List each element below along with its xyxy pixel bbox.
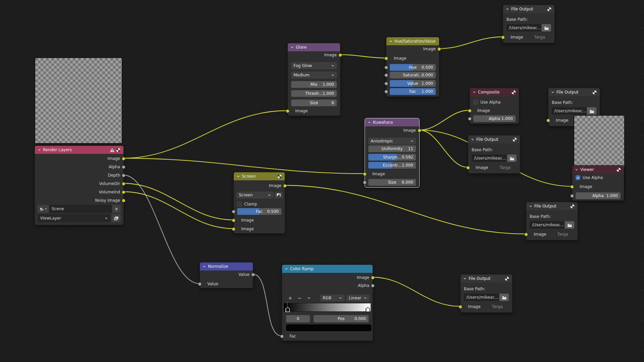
socket-image-out[interactable] (122, 157, 125, 161)
socket-hue-in[interactable] (384, 66, 388, 69)
chevron-down-icon[interactable] (236, 175, 240, 178)
eccentricity-slider[interactable]: Eccentr... 1.000 (368, 162, 416, 169)
uniformity-slider[interactable]: Uniformity 11 (368, 145, 416, 152)
preview-sphere-icon[interactable] (116, 147, 121, 153)
browse-folder-button[interactable] (499, 294, 509, 301)
socket-image-in[interactable] (570, 185, 574, 189)
socket-value-in[interactable] (384, 82, 388, 85)
node-header[interactable]: Normalize (200, 262, 253, 270)
node-header[interactable]: File Output (468, 135, 520, 143)
base-path-field[interactable]: /Users/mikeac... (472, 155, 506, 162)
node-composite[interactable]: Composite Use Alpha Image Alpha 1.000 (470, 88, 519, 124)
add-stop-button[interactable]: + (286, 294, 294, 302)
node-file-output-bottom[interactable]: File Output Base Path: /Users/mikeac... … (460, 274, 513, 313)
chevron-down-icon[interactable] (203, 265, 206, 268)
stop-position-slider[interactable]: Pos 0.000 (314, 315, 369, 322)
node-render-layers[interactable]: Render Layers Image Alpha Depth VolumeDi… (35, 145, 124, 225)
socket-image-in[interactable] (524, 233, 528, 236)
socket-alpha-in[interactable] (468, 117, 472, 121)
socket-image-out[interactable] (283, 184, 287, 188)
socket-image-in[interactable] (384, 57, 388, 60)
browse-folder-button[interactable] (565, 221, 574, 229)
node-file-output-middle[interactable]: File Output Base Path: /Users/mikeac... … (468, 135, 520, 174)
scene-name-field[interactable]: Scene (49, 205, 112, 213)
socket-image-in[interactable] (363, 172, 367, 176)
socket-value-out[interactable] (251, 273, 255, 277)
chevron-down-icon[interactable] (471, 138, 474, 141)
socket-fac-in[interactable] (384, 90, 388, 94)
preview-sphere-icon[interactable] (511, 90, 516, 95)
hue-slider[interactable]: Hue 0.500 (390, 64, 436, 71)
node-file-output-top[interactable]: File Output Base Path: /Users/mikeac... … (503, 5, 555, 43)
interpolation-dropdown[interactable]: Linear (346, 295, 369, 301)
chevron-down-icon[interactable] (285, 267, 288, 270)
chevron-down-icon[interactable] (575, 168, 578, 171)
socket-image-in[interactable] (459, 305, 462, 309)
socket-image-2-in[interactable] (232, 227, 235, 231)
base-path-field[interactable]: /Users/mikeac... (506, 24, 541, 32)
node-normalize[interactable]: Normalize Value Value (200, 262, 253, 288)
socket-image-in[interactable] (501, 36, 505, 39)
glare-type-dropdown[interactable]: Fog Glow (291, 62, 337, 69)
node-header[interactable]: File Output (503, 5, 554, 13)
base-path-field[interactable]: /Users/mikeac... (464, 294, 499, 301)
socket-image-out[interactable] (418, 129, 421, 132)
socket-image-in[interactable] (466, 166, 470, 170)
socket-depth-out[interactable] (122, 174, 125, 177)
socket-image-out[interactable] (338, 53, 342, 57)
base-path-field[interactable]: /Users/mikeac... (552, 107, 586, 115)
node-kuwahara[interactable]: Kuwahara Image Anisotropic Uniformity 11… (365, 118, 420, 188)
chevron-down-icon[interactable] (463, 277, 467, 280)
glare-quality-dropdown[interactable]: Medium (291, 72, 337, 78)
alpha-slider[interactable]: Alpha 1.000 (473, 115, 516, 122)
color-ramp-gradient[interactable] (284, 303, 371, 312)
ramp-options-button[interactable] (305, 294, 313, 302)
node-hue-saturation-value[interactable]: Hue/Saturation/Value Image Image Hue 0.5… (386, 37, 439, 97)
browse-folder-button[interactable] (542, 24, 551, 32)
color-mode-dropdown[interactable]: RGB (320, 295, 344, 301)
glare-threshold-slider[interactable]: Thresh... 1.000 (291, 90, 337, 97)
node-glare[interactable]: Glare Image Fog Glow Medium Mix 1.000 Th… (287, 43, 340, 116)
socket-volumedir-out[interactable] (122, 182, 125, 186)
node-header[interactable]: Glare (288, 43, 340, 51)
preview-sphere-icon[interactable] (570, 204, 575, 209)
chevron-down-icon[interactable] (473, 90, 476, 94)
scene-selector-button[interactable] (38, 205, 49, 213)
node-viewer[interactable]: Viewer Use Alpha Image Alpha 1.000 (572, 165, 624, 201)
socket-image-in[interactable] (286, 109, 289, 113)
socket-size-in[interactable] (363, 181, 367, 184)
node-header[interactable]: File Output (548, 88, 600, 96)
preview-sphere-icon[interactable] (277, 174, 282, 179)
chevron-down-icon[interactable] (368, 121, 371, 124)
chevron-down-icon[interactable] (506, 7, 509, 11)
node-editor-canvas[interactable]: Render Layers Image Alpha Depth VolumeDi… (0, 0, 644, 362)
node-screen[interactable]: Screen Image Screen Clamp Fac 0.500 Imag… (233, 172, 285, 234)
node-header[interactable]: Screen (234, 172, 285, 180)
node-header[interactable]: File Output (526, 202, 578, 210)
chevron-down-icon[interactable] (389, 40, 392, 43)
stop-index-field[interactable]: 0 (286, 315, 310, 322)
node-header[interactable]: File Output (461, 275, 512, 283)
socket-image-1-in[interactable] (232, 219, 235, 222)
chevron-down-icon[interactable] (551, 90, 554, 94)
preview-sphere-icon[interactable] (512, 137, 517, 142)
clamp-checkbox[interactable] (237, 202, 242, 206)
size-slider[interactable]: Size 6.000 (368, 179, 416, 186)
remove-stop-button[interactable]: − (296, 294, 304, 302)
node-color-ramp[interactable]: Color Ramp Image Alpha + − RGB Linear 0 … (282, 264, 373, 341)
chevron-down-icon[interactable] (38, 148, 41, 152)
socket-alpha-out[interactable] (122, 165, 125, 169)
socket-image-out[interactable] (437, 47, 441, 51)
sharpness-slider[interactable]: Sharpn... 0.592 (368, 154, 416, 161)
node-header[interactable]: Viewer (572, 166, 624, 174)
preview-sphere-icon[interactable] (616, 167, 621, 172)
browse-folder-button[interactable] (587, 107, 596, 115)
socket-fac-in[interactable] (280, 335, 284, 338)
value-slider[interactable]: Value 1.000 (390, 80, 436, 87)
node-header[interactable]: Render Layers (35, 146, 123, 154)
socket-fac-in[interactable] (232, 210, 235, 214)
glare-size-slider[interactable]: Size 6 (291, 100, 337, 106)
socket-saturation-in[interactable] (384, 73, 388, 77)
preview-sphere-icon[interactable] (504, 276, 509, 281)
socket-image-in[interactable] (468, 109, 472, 113)
